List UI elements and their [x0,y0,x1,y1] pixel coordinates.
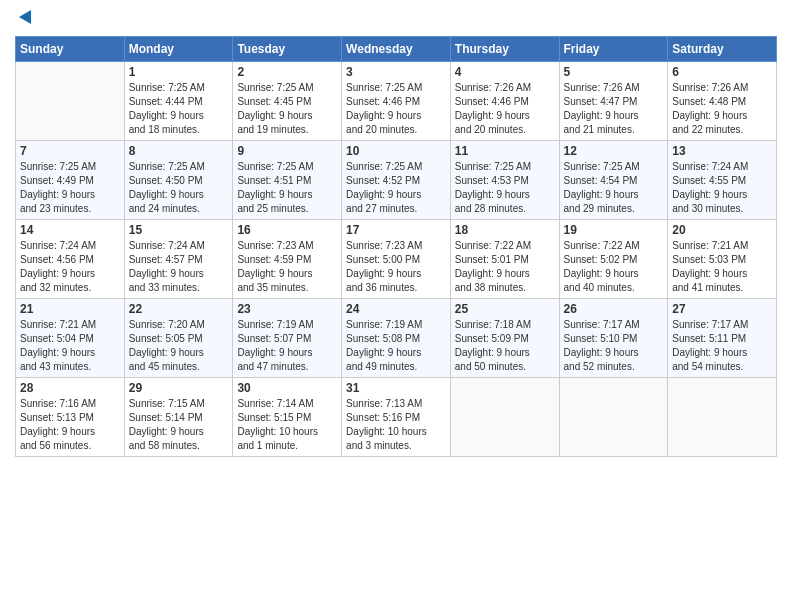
calendar-cell: 30Sunrise: 7:14 AM Sunset: 5:15 PM Dayli… [233,378,342,457]
calendar-cell: 19Sunrise: 7:22 AM Sunset: 5:02 PM Dayli… [559,220,668,299]
weekday-header: Saturday [668,37,777,62]
calendar-cell: 24Sunrise: 7:19 AM Sunset: 5:08 PM Dayli… [342,299,451,378]
calendar-cell: 18Sunrise: 7:22 AM Sunset: 5:01 PM Dayli… [450,220,559,299]
day-number: 29 [129,381,229,395]
day-info: Sunrise: 7:25 AM Sunset: 4:50 PM Dayligh… [129,160,229,216]
day-info: Sunrise: 7:25 AM Sunset: 4:45 PM Dayligh… [237,81,337,137]
logo-icon [17,9,35,29]
day-number: 27 [672,302,772,316]
weekday-header: Thursday [450,37,559,62]
day-number: 26 [564,302,664,316]
calendar-table: SundayMondayTuesdayWednesdayThursdayFrid… [15,36,777,457]
day-info: Sunrise: 7:19 AM Sunset: 5:08 PM Dayligh… [346,318,446,374]
calendar-cell: 4Sunrise: 7:26 AM Sunset: 4:46 PM Daylig… [450,62,559,141]
day-number: 10 [346,144,446,158]
day-number: 4 [455,65,555,79]
day-info: Sunrise: 7:22 AM Sunset: 5:02 PM Dayligh… [564,239,664,295]
day-number: 13 [672,144,772,158]
day-info: Sunrise: 7:25 AM Sunset: 4:49 PM Dayligh… [20,160,120,216]
svg-marker-0 [19,10,31,24]
calendar-cell: 13Sunrise: 7:24 AM Sunset: 4:55 PM Dayli… [668,141,777,220]
calendar-cell: 6Sunrise: 7:26 AM Sunset: 4:48 PM Daylig… [668,62,777,141]
day-number: 9 [237,144,337,158]
calendar-cell: 15Sunrise: 7:24 AM Sunset: 4:57 PM Dayli… [124,220,233,299]
day-info: Sunrise: 7:25 AM Sunset: 4:54 PM Dayligh… [564,160,664,216]
calendar-cell: 17Sunrise: 7:23 AM Sunset: 5:00 PM Dayli… [342,220,451,299]
day-number: 24 [346,302,446,316]
calendar-cell [559,378,668,457]
day-number: 14 [20,223,120,237]
calendar-cell: 7Sunrise: 7:25 AM Sunset: 4:49 PM Daylig… [16,141,125,220]
calendar-cell: 10Sunrise: 7:25 AM Sunset: 4:52 PM Dayli… [342,141,451,220]
calendar-cell [668,378,777,457]
day-number: 19 [564,223,664,237]
day-number: 1 [129,65,229,79]
weekday-header: Wednesday [342,37,451,62]
day-number: 8 [129,144,229,158]
calendar-cell: 8Sunrise: 7:25 AM Sunset: 4:50 PM Daylig… [124,141,233,220]
day-info: Sunrise: 7:25 AM Sunset: 4:53 PM Dayligh… [455,160,555,216]
day-info: Sunrise: 7:23 AM Sunset: 4:59 PM Dayligh… [237,239,337,295]
day-number: 6 [672,65,772,79]
calendar-cell: 14Sunrise: 7:24 AM Sunset: 4:56 PM Dayli… [16,220,125,299]
day-number: 22 [129,302,229,316]
calendar-cell: 5Sunrise: 7:26 AM Sunset: 4:47 PM Daylig… [559,62,668,141]
day-info: Sunrise: 7:24 AM Sunset: 4:55 PM Dayligh… [672,160,772,216]
weekday-header: Friday [559,37,668,62]
calendar-cell: 25Sunrise: 7:18 AM Sunset: 5:09 PM Dayli… [450,299,559,378]
calendar-cell [16,62,125,141]
day-info: Sunrise: 7:21 AM Sunset: 5:04 PM Dayligh… [20,318,120,374]
day-number: 12 [564,144,664,158]
day-number: 28 [20,381,120,395]
logo [15,10,35,30]
day-info: Sunrise: 7:15 AM Sunset: 5:14 PM Dayligh… [129,397,229,453]
day-info: Sunrise: 7:22 AM Sunset: 5:01 PM Dayligh… [455,239,555,295]
day-info: Sunrise: 7:25 AM Sunset: 4:44 PM Dayligh… [129,81,229,137]
header [15,10,777,30]
day-number: 30 [237,381,337,395]
day-number: 21 [20,302,120,316]
calendar-cell: 27Sunrise: 7:17 AM Sunset: 5:11 PM Dayli… [668,299,777,378]
day-info: Sunrise: 7:26 AM Sunset: 4:46 PM Dayligh… [455,81,555,137]
day-number: 2 [237,65,337,79]
page-container: SundayMondayTuesdayWednesdayThursdayFrid… [0,0,792,612]
calendar-cell: 21Sunrise: 7:21 AM Sunset: 5:04 PM Dayli… [16,299,125,378]
day-info: Sunrise: 7:16 AM Sunset: 5:13 PM Dayligh… [20,397,120,453]
calendar-cell: 11Sunrise: 7:25 AM Sunset: 4:53 PM Dayli… [450,141,559,220]
calendar-cell: 29Sunrise: 7:15 AM Sunset: 5:14 PM Dayli… [124,378,233,457]
day-info: Sunrise: 7:20 AM Sunset: 5:05 PM Dayligh… [129,318,229,374]
day-info: Sunrise: 7:18 AM Sunset: 5:09 PM Dayligh… [455,318,555,374]
day-info: Sunrise: 7:19 AM Sunset: 5:07 PM Dayligh… [237,318,337,374]
calendar-cell: 12Sunrise: 7:25 AM Sunset: 4:54 PM Dayli… [559,141,668,220]
day-number: 17 [346,223,446,237]
calendar-cell: 9Sunrise: 7:25 AM Sunset: 4:51 PM Daylig… [233,141,342,220]
calendar-cell: 20Sunrise: 7:21 AM Sunset: 5:03 PM Dayli… [668,220,777,299]
day-info: Sunrise: 7:26 AM Sunset: 4:48 PM Dayligh… [672,81,772,137]
weekday-header: Monday [124,37,233,62]
day-number: 23 [237,302,337,316]
day-info: Sunrise: 7:25 AM Sunset: 4:46 PM Dayligh… [346,81,446,137]
day-number: 3 [346,65,446,79]
calendar-cell: 28Sunrise: 7:16 AM Sunset: 5:13 PM Dayli… [16,378,125,457]
day-info: Sunrise: 7:24 AM Sunset: 4:56 PM Dayligh… [20,239,120,295]
calendar-cell: 16Sunrise: 7:23 AM Sunset: 4:59 PM Dayli… [233,220,342,299]
calendar-cell: 26Sunrise: 7:17 AM Sunset: 5:10 PM Dayli… [559,299,668,378]
day-info: Sunrise: 7:23 AM Sunset: 5:00 PM Dayligh… [346,239,446,295]
calendar-cell: 23Sunrise: 7:19 AM Sunset: 5:07 PM Dayli… [233,299,342,378]
weekday-header: Tuesday [233,37,342,62]
calendar-cell: 1Sunrise: 7:25 AM Sunset: 4:44 PM Daylig… [124,62,233,141]
day-number: 16 [237,223,337,237]
day-info: Sunrise: 7:21 AM Sunset: 5:03 PM Dayligh… [672,239,772,295]
day-info: Sunrise: 7:17 AM Sunset: 5:11 PM Dayligh… [672,318,772,374]
day-info: Sunrise: 7:14 AM Sunset: 5:15 PM Dayligh… [237,397,337,453]
day-number: 31 [346,381,446,395]
day-info: Sunrise: 7:25 AM Sunset: 4:51 PM Dayligh… [237,160,337,216]
day-info: Sunrise: 7:17 AM Sunset: 5:10 PM Dayligh… [564,318,664,374]
calendar-cell: 22Sunrise: 7:20 AM Sunset: 5:05 PM Dayli… [124,299,233,378]
calendar-cell: 2Sunrise: 7:25 AM Sunset: 4:45 PM Daylig… [233,62,342,141]
day-number: 20 [672,223,772,237]
day-info: Sunrise: 7:13 AM Sunset: 5:16 PM Dayligh… [346,397,446,453]
day-number: 25 [455,302,555,316]
calendar-cell [450,378,559,457]
day-number: 7 [20,144,120,158]
